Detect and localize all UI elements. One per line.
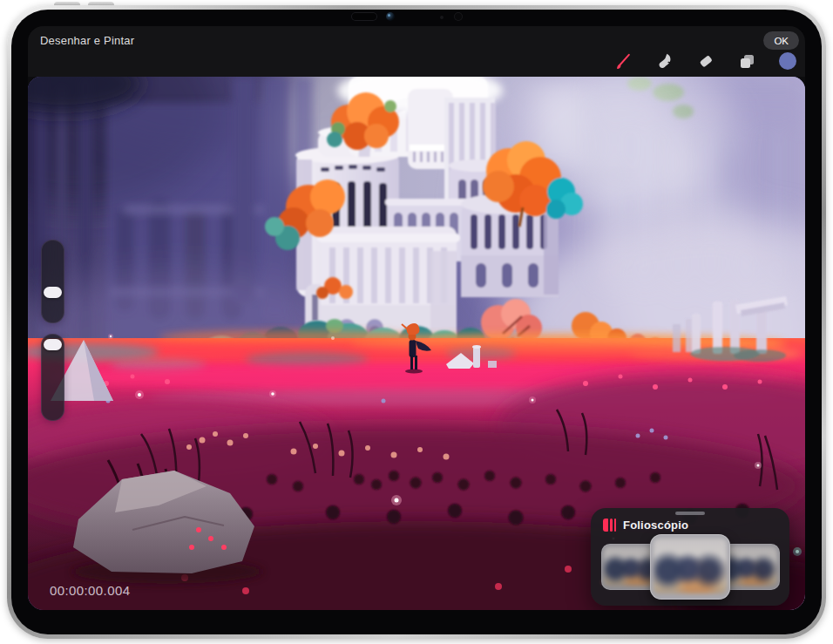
drawing-canvas[interactable]: 00:00:00.004 Folioscópio (28, 77, 805, 610)
camera-housing (351, 12, 377, 21)
device-frame: Desenhar e Pintar OK (7, 5, 826, 639)
brush-icon (614, 51, 633, 71)
flipbook-frames (601, 534, 780, 600)
brush-opacity-handle[interactable] (44, 339, 62, 350)
flipbook-frame-2-selected[interactable] (650, 534, 730, 600)
eraser-icon (696, 51, 715, 71)
ok-button[interactable]: OK (763, 31, 799, 50)
paint-tool-button[interactable] (614, 51, 633, 71)
flipbook-panel: Folioscópio (591, 508, 789, 606)
erase-tool-button[interactable] (696, 51, 715, 71)
sensor-dot (440, 16, 444, 19)
layers-button[interactable] (737, 51, 756, 71)
front-camera (386, 12, 395, 21)
drag-handle[interactable] (675, 512, 705, 515)
smudge-tool-button[interactable] (655, 51, 674, 71)
brush-opacity-slider[interactable] (41, 334, 64, 421)
brush-size-slider[interactable] (41, 240, 64, 323)
flipbook-header: Folioscópio (591, 517, 789, 532)
color-swatch (779, 52, 796, 70)
smudge-icon (655, 51, 674, 71)
app-title: Desenhar e Pintar (40, 34, 134, 47)
brush-size-handle[interactable] (44, 287, 62, 298)
device-bezel: Desenhar e Pintar OK (11, 10, 822, 634)
ipad-device: Desenhar e Pintar OK (0, 0, 833, 644)
color-swatch-button[interactable] (778, 51, 797, 71)
layers-icon (737, 51, 756, 71)
sensor-ring (454, 12, 463, 21)
frame-thumbnail (654, 539, 728, 594)
toolbar (614, 50, 797, 72)
flipbook-title: Folioscópio (623, 519, 688, 532)
screen: Desenhar e Pintar OK (28, 26, 805, 610)
title-bar: Desenhar e Pintar OK (28, 26, 805, 77)
flipbook-icon (603, 519, 616, 532)
timeline-timestamp: 00:00:00.004 (50, 583, 130, 598)
